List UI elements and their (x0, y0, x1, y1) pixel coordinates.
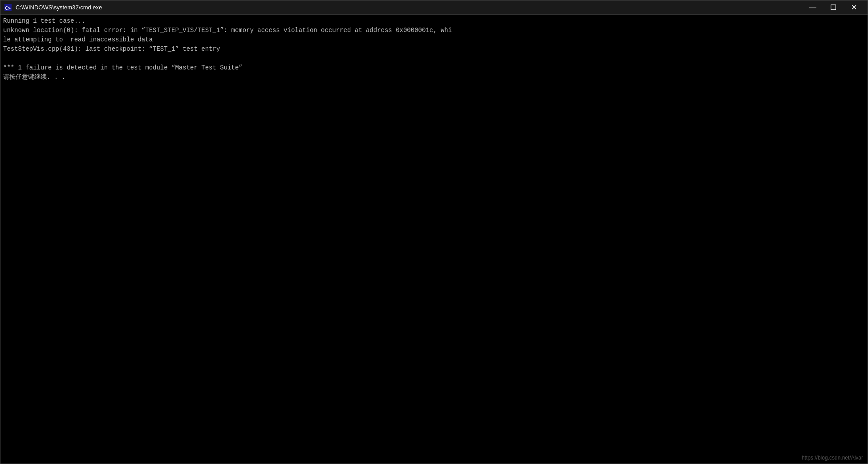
maximize-button[interactable]: ☐ (823, 0, 844, 15)
window-title: C:\WINDOWS\system32\cmd.exe (16, 4, 803, 11)
watermark-text: https://blog.csdn.net/Alvar (802, 455, 863, 461)
title-bar: C> C:\WINDOWS\system32\cmd.exe — ☐ ✕ (0, 0, 868, 15)
minimize-button[interactable]: — (803, 0, 823, 15)
console-line-5: *** 1 failure is detected in the test mo… (3, 63, 865, 73)
close-button[interactable]: ✕ (844, 0, 864, 15)
console-output: Running 1 test case... unknown location(… (0, 15, 868, 464)
console-line-2: unknown location(0): fatal error: in “TE… (3, 26, 865, 35)
window-controls: — ☐ ✕ (803, 0, 864, 15)
svg-text:C>: C> (5, 5, 11, 11)
cmd-icon: C> (4, 4, 12, 12)
console-line-6: 请按任意键继续. . . (3, 73, 865, 82)
console-line-3: le attempting to read inaccessible data (3, 35, 865, 45)
console-line-blank (3, 54, 865, 63)
console-line-4: TestStepVis.cpp(431): last checkpoint: “… (3, 45, 865, 54)
console-line-1: Running 1 test case... (3, 16, 865, 26)
cmd-window: C> C:\WINDOWS\system32\cmd.exe — ☐ ✕ Run… (0, 0, 868, 464)
